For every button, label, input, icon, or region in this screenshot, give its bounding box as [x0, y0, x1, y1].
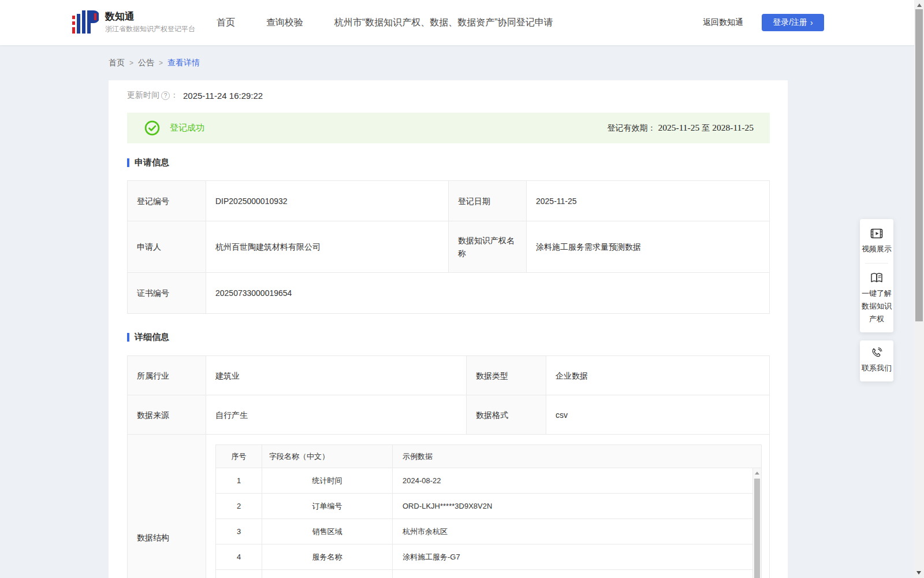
structure-table-scrollbar[interactable]	[752, 468, 761, 578]
data-format-label: 数据格式	[467, 395, 546, 435]
update-time-row: 更新时间 ? ： 2025-11-24 16:29:22	[127, 90, 263, 101]
book-icon	[870, 271, 884, 285]
data-structure-table: 序号 字段名称（中文） 示例数据 1 统计时间 2024-08-22 2 订单编…	[215, 444, 762, 578]
ip-name-value: 涂料施工服务需求量预测数据	[527, 221, 769, 273]
breadcrumb-separator: >	[129, 59, 133, 67]
login-register-button[interactable]: 登录/注册 ›	[762, 14, 824, 31]
breadcrumb-current-view-detail: 查看详情	[167, 58, 200, 68]
scrollbar-thumb[interactable]	[754, 479, 760, 578]
video-showcase-button[interactable]: 视频展示	[860, 227, 893, 255]
application-info-table: 登记编号 DIP2025000010932 登记日期 2025-11-25 申请…	[127, 180, 770, 314]
cert-no-label: 证书编号	[128, 273, 206, 313]
industry-label: 所属行业	[128, 356, 206, 395]
page-scrollbar[interactable]	[914, 0, 924, 578]
video-showcase-label: 视频展示	[860, 243, 893, 255]
data-structure-label: 数据结构	[128, 435, 206, 578]
application-info-title-text: 申请信息	[135, 157, 169, 168]
cert-no-value: 20250733000019654	[206, 273, 769, 313]
row-index: 2	[216, 494, 262, 518]
breadcrumb: 首页 > 公告 > 查看详情	[109, 58, 200, 68]
contact-us-label: 联系我们	[860, 362, 893, 375]
detail-card: 更新时间 ? ： 2025-11-24 16:29:22 登记成功 登记有效期：…	[109, 80, 788, 578]
help-question-icon[interactable]: ?	[161, 91, 170, 100]
video-icon	[870, 227, 884, 240]
update-time-value: 2025-11-24 16:29:22	[183, 91, 263, 101]
scroll-down-arrow-icon[interactable]	[916, 571, 921, 575]
section-accent-bar	[127, 158, 129, 167]
main-nav: 首页 查询校验 杭州市“数据知识产权、数据、数据资产”协同登记申请	[217, 0, 553, 45]
validity-to-date: 2028-11-25	[712, 123, 754, 133]
table-row: 4 服务名称 涂料施工服务-G7	[216, 544, 761, 570]
logo-icon	[72, 10, 99, 34]
breadcrumb-home[interactable]: 首页	[109, 58, 125, 68]
registration-success-banner: 登记成功 登记有效期： 2025-11-25 至 2028-11-25	[127, 113, 770, 143]
data-type-value: 企业数据	[546, 356, 769, 395]
row-field-name: 销售区域	[262, 519, 393, 544]
reg-no-value: DIP2025000010932	[206, 181, 449, 221]
industry-value: 建筑业	[206, 356, 467, 395]
update-time-label: 更新时间	[127, 90, 159, 101]
col-header-index: 序号	[216, 445, 262, 468]
guide-label-line3: 产权	[860, 313, 893, 325]
registration-validity: 登记有效期： 2025-11-25 至 2028-11-25	[608, 123, 754, 134]
detail-info-section-title: 详细信息	[127, 332, 169, 343]
platform-logo[interactable]: 数知通 浙江省数据知识产权登记平台	[72, 10, 195, 34]
row-field-name: 统计时间	[262, 468, 393, 493]
nav-item-hangzhou-coregistration[interactable]: 杭州市“数据知识产权、数据、数据资产”协同登记申请	[334, 17, 553, 29]
widget-divider	[865, 263, 888, 264]
registration-status-text: 登记成功	[170, 123, 204, 134]
applicant-label: 申请人	[128, 221, 206, 273]
phone-icon	[870, 347, 883, 360]
row-field-name: 服务名称	[262, 544, 393, 569]
guide-label-line1: 一键了解	[860, 287, 893, 300]
breadcrumb-separator: >	[159, 59, 163, 67]
contact-us-button[interactable]: 联系我们	[860, 340, 893, 381]
row-index: 4	[216, 544, 262, 569]
top-header: 数知通 浙江省数据知识产权登记平台 首页 查询校验 杭州市“数据知识产权、数据、…	[0, 0, 924, 45]
logo-title: 数知通	[105, 10, 195, 23]
application-info-section-title: 申请信息	[127, 157, 169, 168]
detail-info-table: 所属行业 建筑业 数据类型 企业数据 数据来源 自行产生 数据格式 csv 数据…	[127, 355, 770, 578]
back-to-shuzhitong-link[interactable]: 返回数知通	[703, 17, 743, 28]
row-sample-data: ORD-LKJH*****3D9X8V2N	[393, 494, 761, 518]
structure-table-header: 序号 字段名称（中文） 示例数据	[216, 445, 761, 468]
scroll-up-arrow-icon[interactable]	[917, 3, 922, 7]
scrollbar-thumb[interactable]	[915, 9, 923, 321]
scroll-up-arrow-icon[interactable]	[755, 472, 759, 475]
data-format-value: csv	[546, 395, 769, 435]
side-widget-panel: 视频展示 一键了解 数据知识 产权	[860, 219, 893, 332]
row-sample-data: 涂料施工服务-G7	[393, 544, 761, 569]
nav-item-query-verify[interactable]: 查询校验	[266, 17, 303, 29]
reg-date-value: 2025-11-25	[527, 181, 769, 221]
ip-name-label: 数据知识产权名称	[449, 221, 527, 273]
reg-no-label: 登记编号	[128, 181, 206, 221]
row-field-name: 订单编号	[262, 494, 393, 518]
data-type-label: 数据类型	[467, 356, 546, 395]
row-index: 3	[216, 519, 262, 544]
table-row	[216, 570, 761, 578]
row-index: 1	[216, 468, 262, 493]
one-click-learn-button[interactable]: 一键了解 数据知识 产权	[860, 271, 893, 325]
applicant-value: 杭州百世陶建筑材料有限公司	[206, 221, 449, 273]
col-header-sample-data: 示例数据	[393, 445, 761, 468]
detail-info-title-text: 详细信息	[135, 332, 169, 343]
data-source-label: 数据来源	[128, 395, 206, 435]
update-time-colon: ：	[170, 90, 178, 101]
chevron-right-icon: ›	[810, 18, 813, 27]
col-header-field-name: 字段名称（中文）	[262, 445, 393, 468]
section-accent-bar	[127, 333, 129, 342]
table-row: 3 销售区域 杭州市余杭区	[216, 519, 761, 544]
data-source-value: 自行产生	[206, 395, 467, 435]
table-row: 1 统计时间 2024-08-22	[216, 468, 761, 494]
row-sample-data: 2024-08-22	[393, 468, 761, 493]
validity-label: 登记有效期：	[608, 123, 656, 134]
logo-subtitle: 浙江省数据知识产权登记平台	[105, 24, 195, 34]
breadcrumb-announcements[interactable]: 公告	[138, 58, 154, 68]
reg-date-label: 登记日期	[449, 181, 527, 221]
validity-to-word: 至	[702, 123, 710, 134]
nav-item-home[interactable]: 首页	[217, 17, 235, 29]
table-row: 2 订单编号 ORD-LKJH*****3D9X8V2N	[216, 494, 761, 519]
login-register-label: 登录/注册	[773, 17, 807, 28]
guide-label-line2: 数据知识	[860, 300, 893, 313]
success-check-icon	[144, 120, 160, 136]
